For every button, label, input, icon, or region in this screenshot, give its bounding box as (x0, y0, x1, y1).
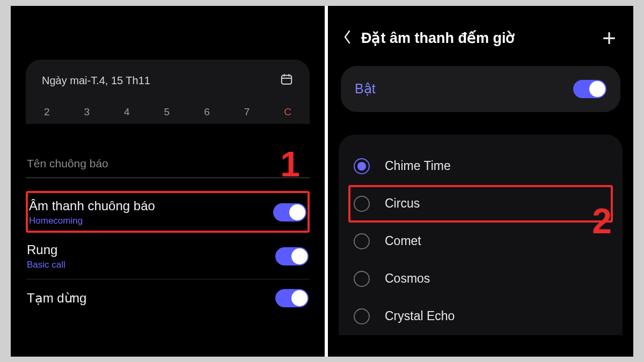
page-title: Đặt âm thanh đếm giờ (361, 29, 515, 47)
vibration-title: Rung (27, 242, 65, 257)
sound-label: Chime Time (385, 159, 451, 173)
alarm-sound-toggle[interactable] (273, 203, 306, 221)
enable-toggle[interactable] (573, 80, 606, 98)
snooze-row[interactable]: Tạm dừng (26, 279, 310, 316)
annotation-step-2: 2 (592, 203, 612, 239)
vibration-row[interactable]: Rung Basic call (26, 233, 310, 279)
weekday-item[interactable]: 7 (244, 106, 250, 118)
weekday-item[interactable]: 3 (84, 106, 90, 118)
calendar-icon[interactable] (280, 72, 294, 89)
radio-icon (354, 308, 370, 324)
sound-label: Cosmos (385, 271, 430, 286)
enable-sound-row[interactable]: Bật (341, 66, 620, 112)
annotation-step-1: 1 (280, 146, 300, 182)
enable-label: Bật (355, 81, 376, 97)
vibration-toggle[interactable] (275, 247, 309, 265)
vibration-value: Basic call (27, 260, 65, 270)
weekday-item[interactable]: 6 (204, 106, 210, 118)
back-icon[interactable] (343, 29, 352, 47)
weekday-item[interactable]: 2 (44, 106, 50, 118)
weekday-row[interactable]: 2 3 4 5 6 7 C (42, 106, 294, 118)
radio-icon (354, 196, 370, 212)
alarm-name-placeholder: Tên chuông báo (27, 157, 108, 169)
sound-option[interactable]: Chime Time (348, 147, 613, 185)
alarm-edit-screen: Ngày mai-T.4, 15 Th11 2 3 4 5 6 7 C Tên (11, 6, 325, 357)
radio-icon (354, 158, 370, 174)
alarm-name-input[interactable]: Tên chuông báo (26, 154, 310, 178)
svg-rect-0 (282, 75, 291, 84)
timer-sound-screen: Đặt âm thanh đếm giờ + Bật Chime Time Ci… (328, 6, 633, 357)
radio-icon (354, 233, 370, 249)
weekday-item[interactable]: 5 (164, 106, 170, 118)
sound-option[interactable]: Circus (348, 185, 613, 223)
sound-list: Chime Time Circus Comet Cosmos Crystal E… (339, 135, 623, 335)
sound-option[interactable]: Cosmos (348, 260, 613, 298)
sound-option[interactable]: Comet (348, 223, 613, 260)
sound-label: Circus (385, 196, 420, 211)
sound-label: Crystal Echo (385, 309, 455, 323)
weekday-item[interactable]: 4 (124, 106, 130, 118)
sound-option[interactable]: Crystal Echo (348, 298, 613, 335)
snooze-toggle[interactable] (275, 289, 309, 307)
radio-icon (354, 271, 370, 287)
weekday-item[interactable]: C (284, 106, 291, 118)
add-icon[interactable]: + (602, 32, 616, 44)
date-card: Ngày mai-T.4, 15 Th11 2 3 4 5 6 7 C (26, 60, 310, 124)
alarm-sound-row[interactable]: Âm thanh chuông báo Homecoming (26, 191, 310, 233)
alarm-sound-value: Homecoming (29, 216, 155, 226)
sound-label: Comet (385, 234, 421, 248)
alarm-sound-title: Âm thanh chuông báo (29, 198, 155, 213)
snooze-title: Tạm dừng (27, 291, 86, 306)
alarm-date-text: Ngày mai-T.4, 15 Th11 (42, 75, 150, 87)
